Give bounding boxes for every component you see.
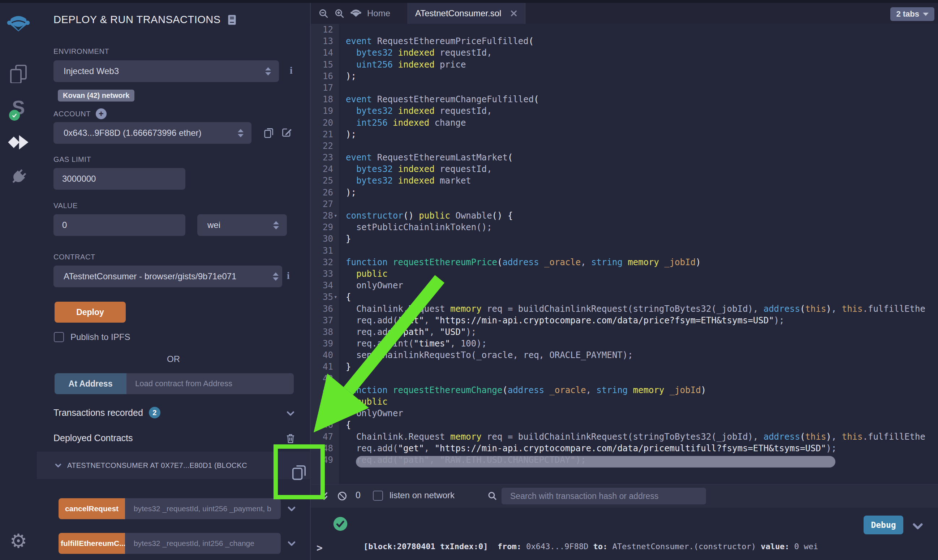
horizontal-scrollbar[interactable] [356,456,835,468]
deployed-contracts-label: Deployed Contracts [54,433,133,443]
tab-home[interactable]: Home [347,3,394,24]
expand-params-icon[interactable] [286,538,297,548]
zoom-out-icon[interactable] [318,8,329,20]
listen-network-checkbox[interactable] [373,491,383,501]
settings-gear-icon[interactable]: ⚙ [0,531,37,551]
code-line: 18event RequestEthereumChangeFulfilled( [311,94,938,105]
at-address-button[interactable]: At Address [55,373,126,394]
code-line: 48 req.add("get", "https://min-api.crypt… [311,443,938,454]
line-number: 26 [311,187,333,198]
publish-ipfs-label: Publish to IPFS [71,332,130,342]
line-number: 21 [311,129,333,140]
copy-account-icon[interactable] [263,126,275,139]
publish-ipfs-checkbox[interactable] [54,332,64,342]
code-line: 41} [311,361,938,372]
account-label: ACCOUNT [54,110,91,118]
solidity-compiler-icon[interactable]: S [0,96,37,118]
gas-limit-input[interactable] [54,168,185,190]
code-line: 35▾{ [311,291,938,303]
account-value: 0x643...9F88D (1.666673996 ether) [64,128,234,138]
code-line: 38 req.add("path", "USD"); [311,326,938,338]
line-number: 28 [311,210,333,222]
select-arrows-icon [273,272,278,281]
remix-logo-icon[interactable] [0,14,37,34]
line-number: 32 [311,257,333,268]
expand-params-icon[interactable] [286,504,297,514]
code-line: 33 public [311,268,938,280]
contract-info-icon[interactable]: i [287,270,290,282]
code-area[interactable]: 1213event RequestEthereumPriceFulfilled(… [311,24,938,486]
annotation-highlight-box [274,445,325,499]
add-account-icon[interactable]: + [96,108,106,119]
sign-message-icon[interactable] [280,126,293,139]
page-title-text: DEPLOY & RUN TRANSACTIONS [54,14,221,26]
select-arrows-icon [273,221,279,229]
fulfillethereumchange-button[interactable]: fulfillEthereumC... [58,533,125,554]
select-arrows-icon [238,129,243,137]
line-number: 38 [311,326,333,338]
cancelrequest-button[interactable]: cancelRequest [58,498,125,519]
line-number: 12 [311,24,333,35]
code-line: 27 [311,198,938,210]
terminal-log-line1: [block:20780401 txIndex:0] from: 0x643..… [363,540,818,553]
environment-value: Injected Web3 [64,66,261,76]
line-number: 40 [311,349,333,361]
cancelrequest-params-input[interactable] [125,498,281,519]
fold-arrow-icon[interactable]: ▾ [334,291,337,303]
code-line: 24 bytes32 indexed requestId, [311,163,938,175]
line-number: 46 [311,419,333,431]
code-line: 29 setPublicChainlinkToken(); [311,222,938,233]
line-number: 35 [311,291,333,303]
home-globe-icon [351,9,361,18]
line-number: 44 [311,396,333,408]
line-number: 27 [311,198,333,210]
account-select[interactable]: 0x643...9F88D (1.666673996 ether) [54,122,252,144]
expand-log-icon[interactable] [911,520,924,532]
terminal-toolbar: 0 listen on network [311,484,938,508]
environment-info-icon[interactable]: i [290,65,293,76]
environment-select[interactable]: Injected Web3 [54,60,279,82]
code-line: 31 [311,245,938,257]
contract-select[interactable]: ATestnetConsumer - browser/gists/9b71e07… [54,266,282,287]
tabs-dropdown-button[interactable]: 2 tabs [890,7,934,21]
transactions-collapse-icon[interactable] [286,408,295,418]
network-badge: Kovan (42) network [58,89,134,102]
file-explorer-icon[interactable] [0,63,37,83]
code-line: 45 onlyOwner [311,408,938,419]
account-label-row: ACCOUNT + [54,108,106,119]
editor-region: Home ATestnetConsumer.sol 2 tabs 1213eve… [311,3,938,560]
close-tab-icon[interactable] [510,9,518,17]
value-input[interactable] [54,214,185,236]
fold-arrow-icon[interactable]: ▾ [334,210,337,222]
clear-deployed-trash-icon[interactable] [285,432,296,445]
contract-expand-icon[interactable] [54,462,62,469]
line-number: 31 [311,245,333,257]
terminal-search-input[interactable] [501,488,706,505]
fulfillethereumchange-params-input[interactable] [125,533,281,554]
deploy-run-icon[interactable] [0,133,37,151]
code-line: 30} [311,233,938,245]
at-address-input[interactable] [126,373,294,394]
line-number: 33 [311,268,333,280]
clear-console-icon[interactable] [337,491,348,502]
code-line: 37 req.add("get", "https://min-api.crypt… [311,315,938,326]
line-number: 29 [311,222,333,233]
deployed-contract-item[interactable]: ATESTNETCONSUMER AT 0X7E7...E80D1 (BLOCK… [37,452,310,479]
terminal-log-entry[interactable]: [block:20780401 txIndex:0] from: 0x643..… [363,513,818,560]
tab-atestnetconsumer[interactable]: ATestnetConsumer.sol [407,3,525,24]
deploy-button[interactable]: Deploy [55,302,126,323]
copy-contract-address-icon[interactable] [290,462,309,481]
transactions-recorded-label: Transactions recorded [54,408,143,418]
zoom-in-icon[interactable] [334,8,345,20]
debug-button[interactable]: Debug [864,515,903,534]
terminal-prompt[interactable]: > [317,542,323,554]
docs-book-icon[interactable] [227,14,237,25]
value-unit-select[interactable]: wei [197,214,287,236]
code-line: 15 uint256 indexed price [311,59,938,71]
plugin-manager-icon[interactable] [0,167,37,187]
contract-label: CONTRACT [54,253,95,261]
line-number: 42 [311,373,333,385]
select-arrows-icon [265,67,271,75]
line-number: 41 [311,361,333,372]
line-number: 22 [311,140,333,152]
